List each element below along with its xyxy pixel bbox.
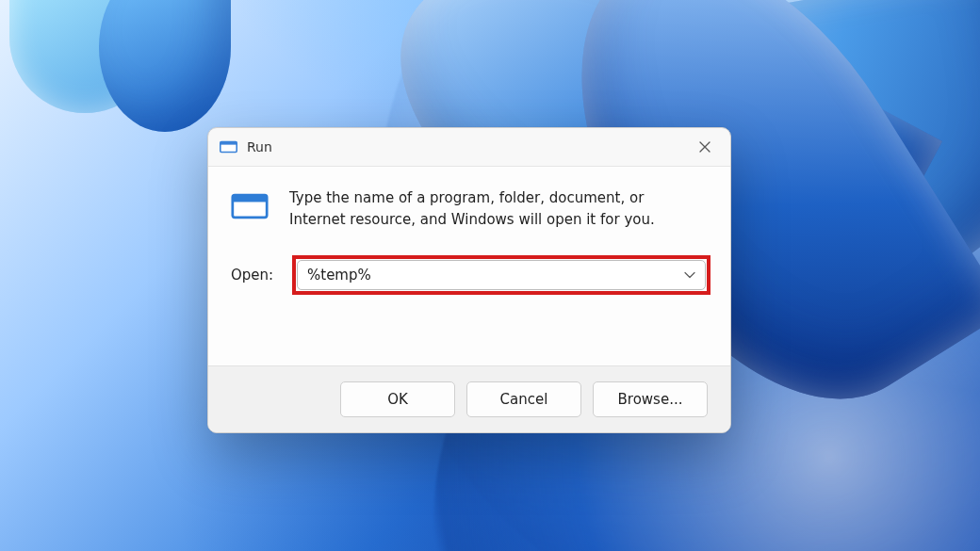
- titlebar[interactable]: Run: [208, 128, 730, 166]
- svg-rect-3: [233, 195, 267, 202]
- ok-button[interactable]: OK: [340, 381, 455, 417]
- chevron-down-icon: [684, 271, 695, 279]
- close-icon: [699, 141, 710, 153]
- dialog-body: Type the name of a program, folder, docu…: [208, 167, 730, 365]
- run-dialog: Run Type the name of a program, folder, …: [207, 127, 731, 433]
- close-button[interactable]: [683, 132, 727, 162]
- open-input-value: %temp%: [307, 267, 371, 284]
- open-combobox[interactable]: %temp%: [297, 260, 706, 290]
- dialog-title: Run: [247, 139, 272, 154]
- dialog-footer: OK Cancel Browse...: [208, 365, 730, 432]
- browse-button[interactable]: Browse...: [593, 381, 708, 417]
- cancel-button[interactable]: Cancel: [466, 381, 581, 417]
- run-dialog-icon: [231, 191, 269, 221]
- open-label: Open:: [231, 267, 278, 284]
- run-title-icon: [220, 139, 237, 154]
- dialog-description: Type the name of a program, folder, docu…: [289, 187, 685, 232]
- svg-rect-1: [220, 141, 237, 144]
